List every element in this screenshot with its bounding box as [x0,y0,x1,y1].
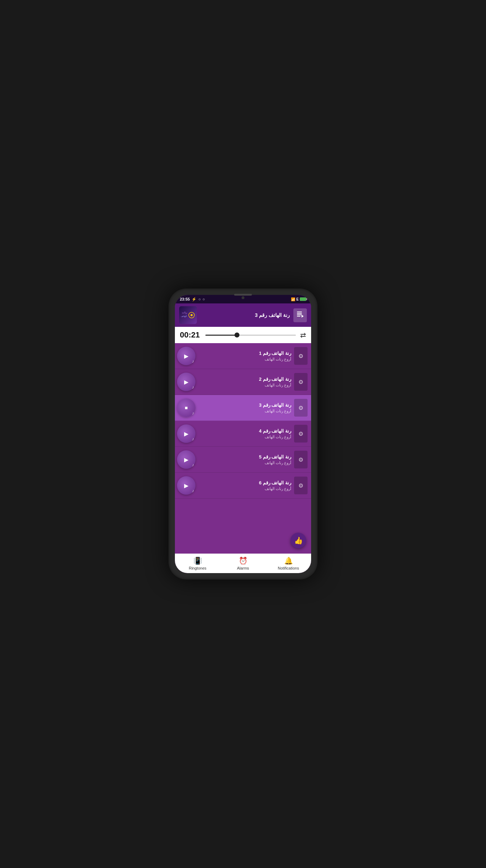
song-info-1: رنة الهاتف رقم 1أروع رنات الهاتف [198,351,291,362]
settings-button-1[interactable]: ⚙ [294,347,308,365]
song-item-3[interactable]: ■رنة الهاتف رقم 3أروع رنات الهاتف⚙ [175,395,311,421]
bottom-nav: 📳 Ringtones ⏰ Alarms 🔔 Notifications [175,554,311,573]
gear-icon: ⚙ [298,353,303,359]
play-button-6[interactable]: ▶ [177,476,195,495]
fab-thumbs-up[interactable]: 👍 [291,533,306,548]
stop-button-3[interactable]: ■ [177,399,195,417]
gear-icon: ⚙ [298,456,303,463]
svg-rect-8 [297,314,302,315]
play-icon: ▶ [184,353,188,359]
repeat-icon[interactable]: ⇄ [300,331,306,339]
song-subtitle-3: أروع رنات الهاتف [198,409,291,413]
lightning-icon: ⚡ [192,297,197,302]
notifications-icon: 🔔 [284,556,293,565]
speaker-grille [234,294,252,296]
play-icon: ▶ [184,379,188,385]
song-subtitle-6: أروع رنات الهاتف [198,487,291,491]
song-item-6[interactable]: ▶رنة الهاتف رقم 6أروع رنات الهاتف⚙ [175,473,311,499]
progress-thumb[interactable] [234,333,239,337]
gear-icon: ⚙ [298,405,303,411]
settings-button-5[interactable]: ⚙ [294,451,308,468]
song-item-4[interactable]: ▶رنة الهاتف رقم 4أروع رنات الهاتف⚙ [175,421,311,447]
song-title-1: رنة الهاتف رقم 1 [198,351,291,356]
circle-icon-1: ○ [198,297,201,301]
svg-marker-10 [302,315,304,318]
stop-icon: ■ [185,405,188,411]
ringtones-label: Ringtones [189,566,206,570]
gear-icon: ⚙ [298,430,303,437]
phone-screen: 23:55 ⚡ ○ ○ 📶 E [175,295,311,573]
settings-button-6[interactable]: ⚙ [294,477,308,494]
settings-button-4[interactable]: ⚙ [294,425,308,443]
alarms-icon: ⏰ [239,556,248,565]
phone-frame: 23:55 ⚡ ○ ○ 📶 E [169,289,317,579]
settings-button-3[interactable]: ⚙ [294,399,308,417]
network-type: E [296,297,299,301]
queue-icon[interactable] [293,308,307,322]
song-subtitle-5: أروع رنات الهاتف [198,461,291,465]
svg-rect-6 [297,312,302,312]
song-item-2[interactable]: ▶رنة الهاتف رقم 2أروع رنات الهاتف⚙ [175,369,311,395]
song-subtitle-4: أروع رنات الهاتف [198,435,291,439]
status-right: 📶 E [291,297,306,301]
signal-icon: 📶 [291,297,295,301]
song-info-5: رنة الهاتف رقم 5أروع رنات الهاتف [198,454,291,465]
svg-text:الهاتف: الهاتف [181,315,187,318]
progress-track[interactable] [205,335,296,336]
play-icon: ▶ [184,456,188,463]
song-info-6: رنة الهاتف رقم 6أروع رنات الهاتف [198,480,291,491]
alarms-label: Alarms [237,566,249,570]
progress-bar-area: 00:21 ⇄ [175,327,311,343]
play-button-1[interactable]: ▶ [177,347,195,365]
notifications-label: Notifications [278,566,299,570]
song-title-6: رنة الهاتف رقم 6 [198,480,291,485]
play-button-2[interactable]: ▶ [177,373,195,391]
settings-button-2[interactable]: ⚙ [294,373,308,391]
nav-item-alarms[interactable]: ⏰ Alarms [220,556,266,570]
song-title-4: رنة الهاتف رقم 4 [198,428,291,434]
nav-item-ringtones[interactable]: 📳 Ringtones [175,556,220,570]
song-info-2: رنة الهاتف رقم 2أروع رنات الهاتف [198,377,291,388]
song-title-5: رنة الهاتف رقم 5 [198,454,291,460]
svg-point-5 [190,314,193,316]
nav-item-notifications[interactable]: 🔔 Notifications [266,556,311,570]
song-item-1[interactable]: ▶رنة الهاتف رقم 1أروع رنات الهاتف⚙ [175,343,311,369]
svg-rect-9 [297,316,300,317]
now-playing-title: رنة الهاتف رقم 3 [200,312,290,318]
now-playing-header: رنات الهاتف رنة الهاتف رقم 3 [175,303,311,327]
play-icon: ▶ [184,482,188,489]
svg-rect-7 [297,313,302,314]
battery-icon [300,297,306,301]
song-subtitle-1: أروع رنات الهاتف [198,357,291,362]
play-button-4[interactable]: ▶ [177,424,195,443]
play-icon: ▶ [184,430,188,437]
gear-icon: ⚙ [298,379,303,385]
progress-fill [205,335,237,336]
ringtones-icon: 📳 [193,556,202,565]
time-display: 00:21 [180,330,201,340]
play-button-5[interactable]: ▶ [177,450,195,469]
camera-notch [242,296,244,299]
song-title-2: رنة الهاتف رقم 2 [198,377,291,382]
song-list: ▶رنة الهاتف رقم 1أروع رنات الهاتف⚙▶رنة ا… [175,343,311,554]
status-left: 23:55 ⚡ ○ ○ [180,297,205,302]
song-title-3: رنة الهاتف رقم 3 [198,402,291,408]
svg-text:رنات: رنات [182,311,187,314]
circle-icon-2: ○ [203,297,205,301]
thumbs-up-icon: 👍 [294,536,303,545]
album-art-thumbnail: رنات الهاتف [179,306,197,324]
gear-icon: ⚙ [298,482,303,489]
song-item-5[interactable]: ▶رنة الهاتف رقم 5أروع رنات الهاتف⚙ [175,447,311,473]
song-info-3: رنة الهاتف رقم 3أروع رنات الهاتف [198,402,291,413]
song-subtitle-2: أروع رنات الهاتف [198,383,291,388]
song-info-4: رنة الهاتف رقم 4أروع رنات الهاتف [198,428,291,439]
status-time: 23:55 [180,297,190,301]
